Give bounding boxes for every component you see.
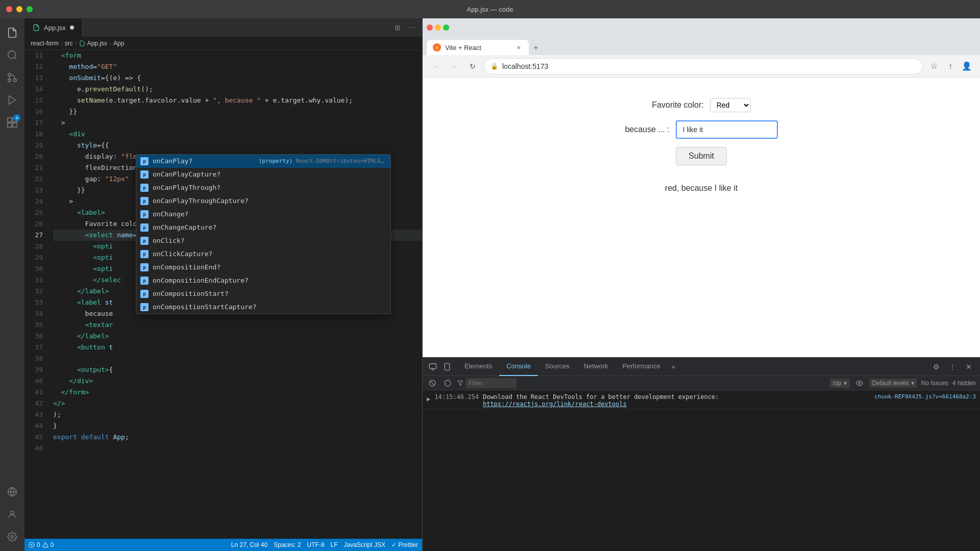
traffic-lights [6, 6, 33, 12]
devtools-filter-input[interactable] [465, 378, 517, 388]
autocomplete-item-8[interactable]: p onCompositionEnd? [136, 261, 390, 274]
maximize-button[interactable] [27, 6, 33, 12]
close-button[interactable] [6, 6, 12, 12]
browser-share-btn[interactable]: ↑ [943, 59, 958, 73]
devtools-inspect-btn[interactable] [427, 362, 439, 372]
activity-icon-settings[interactable] [2, 527, 22, 547]
devtools-close-btn[interactable]: ✕ [962, 360, 976, 374]
devtools-tab-performance[interactable]: Performance [615, 358, 667, 376]
submit-button[interactable]: Submit [676, 147, 727, 165]
breadcrumb-react-form[interactable]: react-form [31, 40, 59, 47]
url-bar[interactable]: 🔒 localhost:5173 [484, 58, 923, 74]
file-breadcrumb-icon [79, 40, 85, 46]
svg-rect-21 [445, 363, 449, 370]
url-text: localhost:5173 [502, 62, 548, 70]
code-lines[interactable]: <form method="GET" onSubmit={(e) => { e.… [49, 50, 422, 539]
minimize-button[interactable] [16, 6, 22, 12]
status-spaces[interactable]: Spaces: 2 [274, 541, 301, 548]
svg-rect-7 [8, 118, 12, 122]
browser-bookmark-btn[interactable]: ☆ [927, 59, 941, 73]
code-line-14: e.preventDefault(); [53, 84, 422, 95]
autocomplete-item-10[interactable]: p onCompositionStart? [136, 287, 390, 300]
autocomplete-icon-0: p [140, 157, 149, 165]
editor-tab-appjsx[interactable]: App.jsx [24, 18, 83, 37]
breadcrumb-src[interactable]: src [65, 40, 73, 47]
status-formatter[interactable]: ✓ Prettier [391, 541, 418, 548]
svg-marker-6 [9, 96, 16, 105]
autocomplete-dropdown[interactable]: p onCanPlay? (property) React.DOMAttribu… [136, 154, 391, 314]
devtools-default-levels[interactable]: Default levels ▾ [869, 379, 917, 388]
formatter: ✓ Prettier [391, 541, 418, 548]
svg-point-25 [445, 380, 451, 386]
devtools-tab-network[interactable]: Network [577, 358, 616, 376]
status-encoding[interactable]: UTF-8 [307, 541, 325, 548]
autocomplete-item-5[interactable]: p onChangeCapture? [136, 221, 390, 234]
status-line-ending[interactable]: LF [331, 541, 338, 548]
breadcrumb-app[interactable]: App [113, 40, 124, 47]
browser-max-btn[interactable] [443, 24, 449, 31]
devtools-tab-sources[interactable]: Sources [538, 358, 577, 376]
autocomplete-icon-4: p [140, 210, 149, 218]
console-expand-btn[interactable]: ▶ [427, 395, 430, 403]
svg-point-0 [8, 51, 16, 59]
browser-tab-close-btn[interactable]: ✕ [514, 43, 523, 52]
devtools-device-btn[interactable] [441, 362, 453, 372]
activity-icon-search[interactable] [2, 45, 22, 65]
filter-icon [457, 380, 463, 386]
form-favorite-color-row: Favorite color: Red Green Blue [652, 98, 750, 112]
autocomplete-item-11[interactable]: p onCompositionStartCapture? [136, 300, 390, 314]
activity-bar: 4 [0, 18, 24, 551]
breadcrumb: react-form › src › App.jsx › App [24, 37, 422, 50]
autocomplete-item-7[interactable]: p onClickCapture? [136, 247, 390, 261]
favorite-color-select[interactable]: Red Green Blue [710, 98, 751, 112]
because-label: because ... : [625, 125, 669, 134]
browser-min-btn[interactable] [435, 24, 441, 31]
autocomplete-detail-0: (property) React.DOMAttributes<HTMLSelec… [259, 156, 386, 167]
activity-icon-remote[interactable] [2, 482, 22, 502]
browser-new-tab-btn[interactable]: + [529, 41, 543, 55]
browser-reload-btn[interactable]: ↻ [465, 59, 480, 73]
form-because-row: because ... : [625, 120, 777, 139]
devtools-clear-btn[interactable] [427, 378, 438, 388]
because-input[interactable] [676, 120, 778, 139]
more-actions-button[interactable]: ⋯ [406, 21, 418, 34]
status-errors[interactable]: 0 0 [29, 541, 54, 548]
browser-forward-btn[interactable]: → [447, 59, 461, 73]
status-position[interactable]: Ln 27, Col 40 [231, 541, 267, 548]
devtools-tab-console[interactable]: Console [499, 358, 538, 376]
autocomplete-label-0: onCanPlay? [153, 156, 192, 167]
breadcrumb-appjsx[interactable]: App.jsx [87, 40, 107, 47]
devtools-more-tabs[interactable]: » [668, 363, 679, 370]
activity-icon-extensions[interactable]: 4 [2, 112, 22, 133]
autocomplete-item-6[interactable]: p onClick? [136, 234, 390, 247]
status-language[interactable]: JavaScript JSX [344, 541, 385, 548]
devtools-settings-btn[interactable]: ⚙ [929, 360, 943, 374]
autocomplete-item-2[interactable]: p onCanPlayThrough? [136, 181, 390, 194]
activity-icon-account[interactable] [2, 504, 22, 524]
console-devtools-link[interactable]: https://reactjs.org/link/react-devtools [483, 400, 627, 408]
browser-tab-vite[interactable]: ⚡ Vite + React ✕ [427, 40, 529, 55]
split-editor-button[interactable]: ⊞ [391, 21, 404, 34]
devtools-tab-elements[interactable]: Elements [457, 358, 499, 376]
console-source-link-0[interactable]: chunk-REF0X4J5.js?v=661468a2:3 [874, 393, 976, 400]
browser-back-btn[interactable]: ← [429, 59, 443, 73]
code-line-13: onSubmit={(e) => { [53, 72, 422, 84]
browser-close-btn[interactable] [427, 24, 433, 31]
autocomplete-item-4[interactable]: p onChange? [136, 208, 390, 221]
activity-icon-run-debug[interactable] [2, 90, 22, 110]
devtools-no-issues[interactable]: No Issues [921, 380, 948, 387]
devtools-more-btn[interactable]: ⋮ [945, 360, 960, 374]
editor-content[interactable]: 1112131415 1617181920 2122232425 2627282… [24, 50, 422, 539]
devtools-top-selector[interactable]: top ▾ [830, 379, 850, 388]
activity-icon-explorer[interactable] [2, 22, 22, 43]
devtools-tab-console-label: Console [506, 362, 531, 370]
autocomplete-item-0[interactable]: p onCanPlay? (property) React.DOMAttribu… [136, 155, 390, 168]
devtools-eye-btn[interactable] [854, 378, 865, 388]
activity-icon-source-control[interactable] [2, 67, 22, 88]
autocomplete-item-1[interactable]: p onCanPlayCapture? [136, 168, 390, 181]
browser-page: Favorite color: Red Green Blue because .… [423, 78, 980, 357]
browser-user-btn[interactable]: 👤 [960, 59, 974, 73]
autocomplete-item-3[interactable]: p onCanPlayThroughCapture? [136, 194, 390, 208]
devtools-network-log-btn[interactable] [442, 378, 453, 388]
autocomplete-item-9[interactable]: p onCompositionEndCapture? [136, 274, 390, 287]
